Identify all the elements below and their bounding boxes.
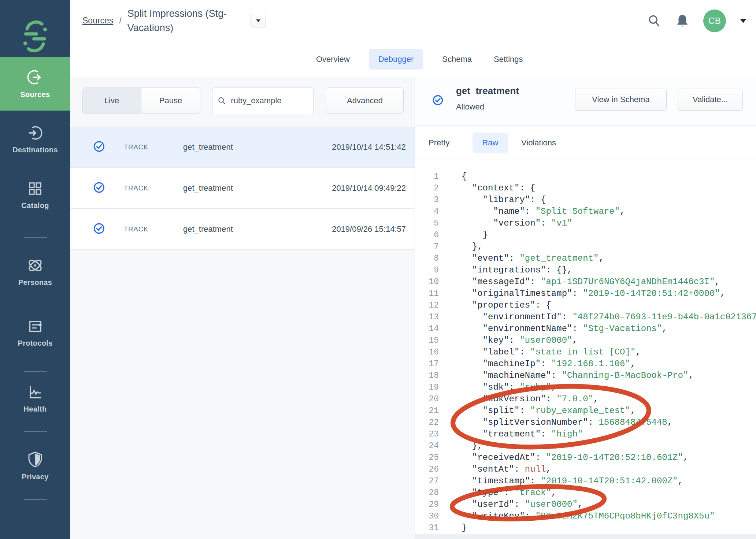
source-tabs-bar: Overview Debugger Schema Settings: [70, 41, 756, 77]
event-row[interactable]: TRACK get_treatment 2019/10/14 09:49:22: [70, 168, 415, 209]
destinations-icon: [27, 124, 44, 141]
sources-icon: [26, 68, 44, 86]
sidebar-item-label: Personas: [18, 278, 52, 287]
event-search-input[interactable]: [230, 96, 308, 106]
detail-panel-footer: [415, 534, 756, 539]
sidebar-divider: [24, 237, 47, 238]
sidebar-item-destinations[interactable]: Destinations: [0, 121, 70, 157]
advanced-button[interactable]: Advanced: [326, 88, 404, 114]
code-line: 11 "originalTimestamp": "2019-10-14T20:5…: [415, 288, 756, 300]
sidebar-item-protocols[interactable]: Protocols: [0, 314, 70, 351]
breadcrumb: Sources / Split Impressions (Stg-Vacatio…: [82, 0, 266, 41]
sidebar-item-personas[interactable]: Personas: [0, 253, 70, 290]
event-name: get_treatment: [183, 142, 233, 152]
privacy-icon: [27, 451, 43, 468]
breadcrumb-sources-link[interactable]: Sources: [82, 16, 113, 26]
protocols-icon: [27, 318, 44, 335]
code-line: 8 "event": "get_treatment",: [415, 253, 756, 264]
event-timestamp: 2019/10/14 09:49:22: [332, 183, 406, 193]
sidebar-item-catalog[interactable]: Catalog: [0, 176, 70, 213]
sidebar-item-label: Health: [24, 405, 47, 413]
code-line: 30 "writeKey": "B0c52M2K75TM6CPqo8bHKj0f…: [415, 510, 756, 522]
code-line: 1{: [415, 171, 756, 182]
header-actions: CB: [647, 0, 746, 41]
code-line: 10 "messageId": "api-1SD7Ur6NGY6Q4jaNDhE…: [415, 276, 756, 288]
top-header: Sources / Split Impressions (Stg-Vacatio…: [70, 0, 756, 41]
code-line: 2 "context": {: [415, 182, 756, 194]
code-line: 27 "timestamp": "2019-10-14T20:51:42.000…: [415, 475, 756, 487]
sidebar-item-label: Destinations: [12, 146, 58, 154]
segment-logo[interactable]: [0, 19, 70, 54]
code-line: 26 "sentAt": null,: [415, 464, 756, 475]
tab-settings[interactable]: Settings: [491, 49, 526, 70]
event-name: get_treatment: [183, 224, 233, 234]
code-line: 12 "properties": {: [415, 300, 756, 311]
tab-pretty[interactable]: Pretty: [429, 126, 449, 160]
code-line: 16 "label": "state in list [CO]",: [415, 346, 756, 358]
tab-debugger[interactable]: Debugger: [369, 49, 423, 70]
event-timestamp: 2019/09/26 15:14:57: [332, 224, 406, 234]
health-icon: [27, 384, 44, 401]
page-title: Split Impressions (Stg-Vacations): [127, 7, 242, 35]
code-line: 17 "machineIp": "192.168.1.106",: [415, 358, 756, 370]
sidebar-item-health[interactable]: Health: [0, 380, 70, 417]
code-line: 18 "machineName": "Channing-B-MacBook-Pr…: [415, 370, 756, 382]
app: Sources Destinations Catalog: [0, 0, 756, 539]
event-type-badge: TRACK: [124, 143, 148, 151]
event-name: get_treatment: [183, 183, 233, 193]
catalog-icon: [27, 180, 44, 197]
code-lines: 1{2 "context": {3 "library": {4 "name": …: [415, 171, 756, 534]
code-line: 6 }: [415, 229, 756, 241]
event-allowed-check-icon: [93, 141, 105, 154]
breadcrumb-separator: /: [119, 16, 121, 26]
code-line: 7 },: [415, 241, 756, 253]
search-icon[interactable]: [647, 14, 662, 28]
payload-view-tabs: Pretty Raw Violations: [415, 126, 756, 160]
event-detail-title: get_treatment: [456, 85, 519, 97]
tab-raw[interactable]: Raw: [471, 126, 509, 160]
sidebar-item-privacy[interactable]: Privacy: [0, 447, 70, 484]
sidebar-divider: [24, 371, 47, 372]
event-detail-panel: get_treatment Allowed View in Schema Val…: [415, 77, 756, 539]
sidebar-divider: [24, 431, 47, 432]
code-line: 23 "treatment": "high": [415, 428, 756, 440]
code-line: 14 "environmentName": "Stg-Vacations",: [415, 323, 756, 335]
code-line: 21 "split": "ruby_example_test",: [415, 405, 756, 417]
validate-button[interactable]: Validate...: [678, 89, 743, 111]
source-switcher-button[interactable]: [251, 14, 266, 27]
avatar[interactable]: CB: [703, 10, 726, 32]
sidebar-item-label: Protocols: [18, 339, 53, 347]
event-allowed-check-icon: [93, 181, 105, 195]
code-line: 9 "integrations": {},: [415, 264, 756, 276]
notifications-bell-icon[interactable]: [675, 14, 689, 28]
event-row[interactable]: TRACK get_treatment 2019/09/26 15:14:57: [70, 209, 415, 250]
code-line: 28 "type": "track",: [415, 487, 756, 499]
pause-toggle-button[interactable]: Pause: [141, 88, 200, 113]
event-search-field: [212, 87, 314, 114]
sidebar-item-label: Sources: [20, 90, 50, 99]
code-line: 13 "environmentId": "48f274b0-7693-11e9-…: [415, 311, 756, 323]
account-menu-caret-icon[interactable]: [740, 19, 746, 23]
personas-icon: [26, 257, 44, 274]
event-allowed-check-icon: [93, 222, 105, 236]
code-line: 20 "sdkVersion": "7.0.0",: [415, 393, 756, 405]
event-type-badge: TRACK: [124, 184, 148, 192]
event-row[interactable]: TRACK get_treatment 2019/10/14 14:51:42: [70, 127, 415, 168]
code-line: 22 "splitVersionNumber": 1568848475448,: [415, 417, 756, 428]
raw-json-viewer[interactable]: 1{2 "context": {3 "library": {4 "name": …: [415, 160, 756, 534]
event-list: TRACK get_treatment 2019/10/14 14:51:42 …: [70, 127, 415, 250]
tab-overview[interactable]: Overview: [313, 49, 353, 70]
view-in-schema-button[interactable]: View in Schema: [575, 89, 667, 111]
search-icon: [218, 96, 226, 105]
live-toggle-button[interactable]: Live: [82, 88, 141, 113]
sidebar-item-sources[interactable]: Sources: [0, 57, 70, 111]
tab-violations[interactable]: Violations: [521, 126, 556, 160]
event-detail-header: get_treatment Allowed View in Schema Val…: [415, 77, 756, 126]
code-line: 5 "version": "v1": [415, 218, 756, 229]
tab-schema[interactable]: Schema: [439, 49, 475, 70]
code-line: 4 "name": "Split Software",: [415, 206, 756, 218]
allowed-check-icon: [432, 94, 444, 107]
code-line: 19 "sdk": "ruby",: [415, 382, 756, 393]
sidebar-item-label: Catalog: [21, 201, 49, 210]
code-line: 15 "key": "user0000",: [415, 335, 756, 346]
